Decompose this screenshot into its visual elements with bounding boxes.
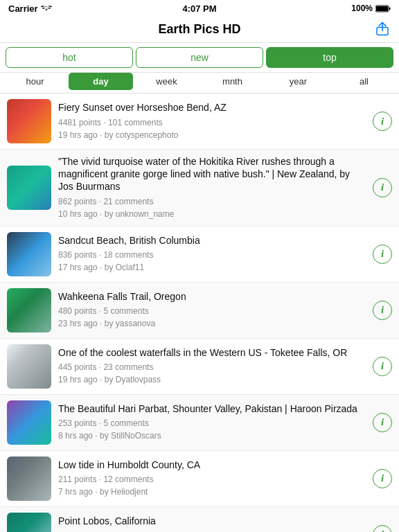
item-title: Fiery Sunset over Horseshoe Bend, AZ [58, 101, 366, 114]
tab-week[interactable]: week [134, 73, 199, 90]
info-button[interactable]: i [373, 112, 392, 131]
info-button[interactable]: i [373, 178, 392, 197]
item-title: One of the coolest waterfalls in the Wes… [58, 346, 366, 359]
item-content: "The vivid turquoise water of the Hokiti… [58, 155, 366, 220]
status-time: 4:07 PM [182, 3, 216, 14]
info-button[interactable]: i [373, 245, 392, 264]
thumbnail [7, 232, 51, 276]
thumbnail [7, 99, 51, 143]
item-content: Point Lobos, California183 points · 4 co… [58, 515, 366, 532]
svg-rect-1 [376, 6, 388, 11]
thumbnail [7, 288, 51, 332]
info-button[interactable]: i [373, 301, 392, 320]
item-meta: 862 points · 21 comments 10 hrs ago · by… [58, 195, 366, 220]
item-meta: 4481 points · 101 comments 19 hrs ago · … [58, 116, 366, 141]
item-meta: 211 points · 12 comments 7 hrs ago · by … [58, 473, 366, 498]
item-content: The Beautiful Hari Parbat, Shounter Vall… [58, 402, 366, 442]
item-meta: 480 points · 5 comments 23 hrs ago · by … [58, 305, 366, 330]
thumbnail [7, 400, 51, 445]
list-item[interactable]: Point Lobos, California183 points · 4 co… [0, 507, 399, 532]
list-item[interactable]: Sandcut Beach, British Columbia836 point… [0, 227, 399, 283]
tab-mnth[interactable]: mnth [200, 73, 265, 90]
item-meta: 253 points · 5 comments 8 hrs ago · by S… [58, 417, 366, 442]
item-meta: 445 points · 23 comments 19 hrs ago · by… [58, 361, 366, 386]
status-left: Carrier [8, 3, 52, 14]
tab-new[interactable]: new [136, 47, 263, 68]
status-right: 100% [351, 3, 391, 13]
info-button[interactable]: i [373, 469, 392, 488]
carrier-label: Carrier [8, 3, 38, 14]
status-bar: Carrier 4:07 PM 100% [0, 0, 399, 17]
tab-hot[interactable]: hot [6, 47, 133, 68]
thumbnail [7, 344, 51, 389]
thumbnail [7, 166, 51, 210]
photo-list: Fiery Sunset over Horseshoe Bend, AZ4481… [0, 94, 399, 532]
item-content: Fiery Sunset over Horseshoe Bend, AZ4481… [58, 101, 366, 141]
thumbnail [7, 456, 51, 501]
info-button[interactable]: i [373, 525, 392, 532]
app-title: Earth Pics HD [158, 22, 240, 37]
app-header: Earth Pics HD [0, 17, 399, 43]
list-item[interactable]: The Beautiful Hari Parbat, Shounter Vall… [0, 395, 399, 451]
share-button[interactable] [375, 19, 389, 39]
tab-top[interactable]: top [266, 47, 393, 68]
item-meta: 836 points · 18 comments 17 hrs ago · by… [58, 249, 366, 274]
item-title: Sandcut Beach, British Columbia [58, 234, 366, 247]
item-content: Wahkeena Falls Trail, Oregon480 points ·… [58, 290, 366, 330]
list-item[interactable]: "The vivid turquoise water of the Hokiti… [0, 150, 399, 227]
tab-hour[interactable]: hour [3, 73, 67, 90]
item-title: Low tide in Humboldt County, CA [58, 459, 366, 471]
info-button[interactable]: i [373, 357, 392, 376]
list-item[interactable]: Low tide in Humboldt County, CA211 point… [0, 451, 399, 507]
list-item[interactable]: Fiery Sunset over Horseshoe Bend, AZ4481… [0, 94, 399, 150]
tab-year[interactable]: year [266, 73, 330, 90]
item-content: One of the coolest waterfalls in the Wes… [58, 346, 366, 386]
svg-rect-2 [389, 7, 391, 10]
item-title: "The vivid turquoise water of the Hokiti… [58, 155, 366, 193]
list-item[interactable]: One of the coolest waterfalls in the Wes… [0, 339, 399, 395]
info-button[interactable]: i [373, 413, 392, 432]
time-tabs: hour day week mnth year all [0, 73, 399, 94]
item-content: Sandcut Beach, British Columbia836 point… [58, 234, 366, 274]
item-title: Wahkeena Falls Trail, Oregon [58, 290, 366, 303]
tab-day[interactable]: day [69, 73, 133, 90]
tab-all[interactable]: all [332, 73, 396, 90]
battery-label: 100% [351, 3, 373, 13]
item-meta: 183 points · 4 comments 3 hrs ago · by m… [58, 529, 366, 532]
list-item[interactable]: Wahkeena Falls Trail, Oregon480 points ·… [0, 283, 399, 339]
category-tabs: hot new top [0, 43, 399, 73]
thumbnail [7, 513, 51, 532]
wifi-icon [41, 4, 52, 12]
item-title: Point Lobos, California [58, 515, 366, 527]
item-title: The Beautiful Hari Parbat, Shounter Vall… [58, 402, 366, 415]
item-content: Low tide in Humboldt County, CA211 point… [58, 459, 366, 498]
battery-icon [375, 5, 391, 12]
